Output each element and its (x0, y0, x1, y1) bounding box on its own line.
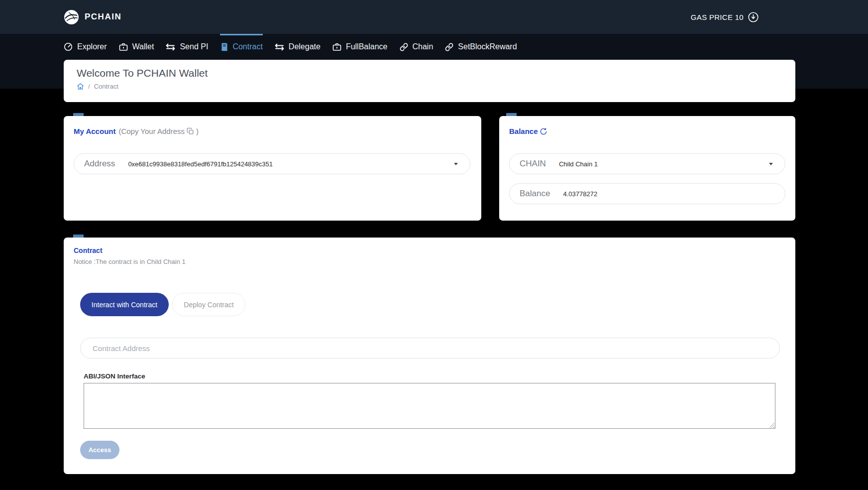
brand-name: PCHAIN (85, 12, 121, 22)
contract-title: Contract (74, 246, 785, 254)
link-icon (400, 43, 408, 51)
chain-value: Child Chain 1 (559, 160, 598, 168)
dropdown-caret-icon (454, 163, 458, 165)
top-bar: PCHAIN GAS PRICE 10 (0, 0, 868, 34)
nav-label: Delegate (289, 42, 321, 51)
refresh-icon[interactable] (540, 127, 547, 135)
copy-address-hint: (Copy Your Address ) (118, 127, 199, 135)
gas-price[interactable]: GAS PRICE 10 (691, 0, 759, 34)
circle-down-arrow-icon (748, 12, 759, 22)
nav-item-wallet[interactable]: Wallet (119, 34, 154, 58)
exchange-icon (275, 43, 284, 51)
copy-icon[interactable] (187, 127, 194, 135)
welcome-card: Welcome To PCHAIN Wallet / Contract (64, 60, 795, 102)
nav-label: Contract (232, 42, 262, 51)
nav-item-fullbalance[interactable]: FullBalance (332, 34, 388, 58)
breadcrumb: / Contract (77, 83, 782, 90)
link-icon (445, 43, 453, 51)
nav-item-send-pi[interactable]: Send PI (166, 34, 208, 58)
contract-address-input[interactable] (80, 338, 780, 359)
briefcase-icon (119, 43, 128, 51)
interact-with-contract-button[interactable]: Interact with Contract (80, 293, 169, 316)
contract-notice: Notice :The contract is in Child Chain 1 (74, 258, 785, 265)
briefcase-icon (332, 43, 341, 51)
balance-card: Balance CHAIN Child Chain 1 Balance 4.03… (499, 116, 795, 221)
breadcrumb-separator: / (88, 83, 90, 90)
my-account-title: My Account (74, 127, 115, 135)
nav-label: Wallet (132, 42, 154, 51)
balance-header: Balance (509, 127, 785, 135)
nav-label: Send PI (180, 42, 208, 51)
home-icon[interactable] (77, 83, 84, 90)
deploy-contract-button[interactable]: Deploy Contract (172, 293, 245, 316)
exchange-icon (166, 43, 175, 51)
nav-label: Explorer (77, 42, 107, 51)
copy-address-text-close: ) (196, 127, 199, 135)
nav-item-delegate[interactable]: Delegate (275, 34, 321, 58)
chain-label: CHAIN (520, 159, 546, 169)
address-select[interactable]: Address 0xe681c9938e8318fed5edf6791fb125… (74, 153, 470, 174)
gas-price-label: GAS PRICE 10 (691, 13, 744, 21)
balance-field: Balance 4.03778272 (509, 183, 785, 204)
abi-json-label: ABI/JSON Interface (84, 372, 785, 380)
nav-label: SetBlockReward (458, 42, 517, 51)
address-value: 0xe681c9938e8318fed5edf6791fb125424839c3… (128, 160, 273, 168)
chain-select[interactable]: CHAIN Child Chain 1 (509, 153, 785, 174)
nav-item-chain[interactable]: Chain (400, 34, 434, 58)
address-label: Address (84, 159, 115, 169)
balance-value: 4.03778272 (563, 190, 597, 198)
pchain-logo-icon (64, 9, 79, 25)
nav-label: FullBalance (346, 42, 388, 51)
page: PCHAIN GAS PRICE 10 Explorer (0, 0, 868, 490)
nav-item-contract[interactable]: Contract (220, 34, 262, 58)
book-icon (220, 42, 228, 51)
nav-label: Chain (413, 42, 434, 51)
abi-json-textarea[interactable] (84, 383, 775, 429)
balance-title: Balance (509, 127, 538, 135)
copy-address-text: (Copy Your Address (118, 127, 185, 135)
contract-mode-tabs: Interact with Contract Deploy Contract (80, 293, 785, 316)
main-nav: Explorer Wallet Send PI Contract (0, 34, 868, 58)
contract-card: Contract Notice :The contract is in Chil… (64, 238, 795, 474)
access-button[interactable]: Access (80, 441, 119, 459)
my-account-card: My Account (Copy Your Address ) Address … (64, 116, 481, 221)
nav-item-setblockreward[interactable]: SetBlockReward (445, 34, 517, 58)
page-title: Welcome To PCHAIN Wallet (77, 67, 782, 79)
tachometer-icon (64, 42, 73, 51)
dropdown-caret-icon (769, 163, 773, 165)
balance-label: Balance (520, 189, 550, 199)
nav-item-explorer[interactable]: Explorer (64, 34, 107, 58)
my-account-header: My Account (Copy Your Address ) (74, 127, 471, 135)
breadcrumb-current: Contract (94, 83, 118, 90)
brand[interactable]: PCHAIN (64, 0, 121, 34)
abi-json-textarea-wrap (84, 383, 775, 429)
